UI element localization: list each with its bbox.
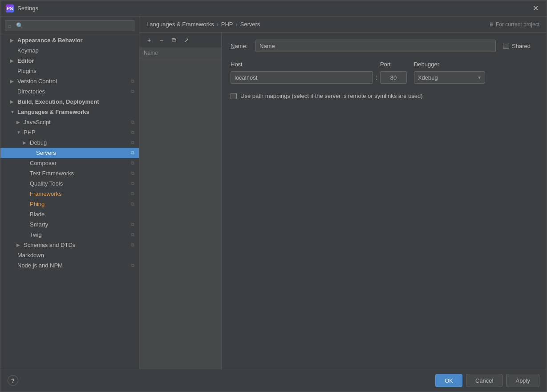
sidebar-item-keymap[interactable]: Keymap bbox=[0, 45, 139, 56]
chevron-icon: ▶ bbox=[10, 79, 16, 84]
sidebar-item-frameworks[interactable]: Frameworks ⧉ bbox=[0, 189, 139, 199]
sidebar-item-phing[interactable]: Phing ⧉ bbox=[0, 199, 139, 209]
sidebar-item-quality-tools[interactable]: Quality Tools ⧉ bbox=[0, 178, 139, 189]
sidebar-item-servers[interactable]: Servers ⧉ bbox=[0, 148, 139, 158]
copy-icon: ⧉ bbox=[131, 140, 134, 145]
cancel-button[interactable]: Cancel bbox=[466, 374, 502, 387]
name-label: NName:ame: bbox=[231, 43, 252, 49]
sidebar-item-test-frameworks[interactable]: Test Frameworks ⧉ bbox=[0, 168, 139, 178]
port-input[interactable] bbox=[380, 71, 407, 84]
host-input[interactable] bbox=[231, 71, 373, 84]
copy-icon: ⧉ bbox=[131, 129, 134, 135]
sidebar-item-composer[interactable]: Composer ⧉ bbox=[0, 158, 139, 168]
sidebar-item-label: Twig bbox=[30, 231, 131, 238]
path-mappings-row: Use path mappings (select if the server … bbox=[231, 93, 538, 99]
sidebar-item-languages[interactable]: ▼ Languages & Frameworks bbox=[0, 107, 139, 117]
sidebar-item-markdown[interactable]: Markdown bbox=[0, 250, 139, 260]
chevron-icon: ▶ bbox=[10, 38, 16, 43]
sidebar-item-label: Debug bbox=[30, 139, 131, 146]
path-mappings-label: Use path mappings (select if the server … bbox=[240, 93, 423, 99]
copy-icon: ⧉ bbox=[131, 263, 134, 268]
copy-icon: ⧉ bbox=[131, 170, 134, 176]
copy-icon: ⧉ bbox=[131, 160, 134, 166]
breadcrumb-part2: PHP bbox=[221, 21, 233, 28]
name-input[interactable] bbox=[255, 40, 496, 52]
debugger-select[interactable]: Xdebug Zend Debugger bbox=[414, 71, 485, 84]
main-content: ⌕ ▶ Appearance & Behavior Keymap ▶ bbox=[0, 16, 547, 369]
shared-checkbox-wrap: Shared bbox=[503, 43, 531, 49]
for-current-project: 🖥 For current project bbox=[489, 21, 539, 28]
sidebar-item-label: Schemas and DTDs bbox=[24, 242, 131, 248]
chevron-icon: ▶ bbox=[16, 120, 23, 125]
sidebar-item-label: Directories bbox=[17, 88, 131, 95]
breadcrumb-arrow-1: › bbox=[217, 21, 219, 28]
search-input[interactable] bbox=[5, 20, 134, 31]
shared-checkbox[interactable] bbox=[503, 43, 509, 49]
breadcrumb-part1: Languages & Frameworks bbox=[146, 21, 214, 28]
sidebar-item-directories[interactable]: Directories ⧉ bbox=[0, 86, 139, 97]
project-icon: 🖥 bbox=[489, 21, 494, 28]
ok-button[interactable]: OK bbox=[435, 374, 462, 387]
server-list-body bbox=[139, 58, 221, 369]
sidebar-item-editor[interactable]: ▶ Editor bbox=[0, 56, 139, 66]
move-server-button[interactable]: ↗ bbox=[181, 35, 192, 45]
sidebar-item-label: Plugins bbox=[17, 68, 134, 74]
debugger-section: Debugger Xdebug Zend Debugger ▼ bbox=[414, 61, 485, 84]
window-title: Settings bbox=[17, 5, 530, 12]
copy-icon: ⧉ bbox=[131, 78, 134, 84]
sidebar-item-appearance[interactable]: ▶ Appearance & Behavior bbox=[0, 35, 139, 45]
host-port-row: HHostost : Port bbox=[231, 61, 538, 84]
sidebar-item-plugins[interactable]: Plugins bbox=[0, 66, 139, 76]
sidebar-item-debug[interactable]: ▶ Debug ⧉ bbox=[0, 137, 139, 148]
breadcrumb: Languages & Frameworks › PHP › Servers 🖥… bbox=[139, 16, 547, 32]
sidebar-item-label: Editor bbox=[17, 57, 134, 64]
remove-server-button[interactable]: − bbox=[156, 35, 167, 45]
sidebar-item-label: Blade bbox=[30, 211, 134, 218]
sidebar-item-blade[interactable]: Blade bbox=[0, 209, 139, 219]
debugger-select-wrapper: Xdebug Zend Debugger ▼ bbox=[414, 71, 485, 84]
chevron-icon: ▶ bbox=[16, 242, 23, 247]
sidebar-item-version-control[interactable]: ▶ Version Control ⧉ bbox=[0, 76, 139, 86]
sidebar-item-php[interactable]: ▼ PHP ⧉ bbox=[0, 127, 139, 137]
server-toolbar: + − ⧉ ↗ bbox=[139, 32, 221, 48]
sidebar-item-label: Markdown bbox=[17, 252, 134, 259]
server-list-header: Name bbox=[139, 48, 221, 58]
server-name-column-header: Name bbox=[144, 50, 158, 56]
copy-icon: ⧉ bbox=[131, 191, 134, 197]
sidebar-item-label: Frameworks bbox=[30, 190, 131, 197]
add-server-button[interactable]: + bbox=[144, 35, 154, 45]
sidebar-item-label: Build, Execution, Deployment bbox=[17, 98, 134, 105]
sidebar-item-twig[interactable]: Twig ⧉ bbox=[0, 230, 139, 240]
copy-icon: ⧉ bbox=[131, 119, 134, 125]
close-button[interactable]: ✕ bbox=[530, 3, 541, 13]
help-button[interactable]: ? bbox=[8, 375, 18, 386]
breadcrumb-part3: Servers bbox=[240, 21, 260, 28]
sidebar-item-label: Languages & Frameworks bbox=[17, 109, 134, 115]
breadcrumb-arrow-2: › bbox=[235, 21, 237, 28]
chevron-icon: ▶ bbox=[23, 140, 29, 145]
name-row: NName:ame: Shared bbox=[231, 40, 538, 52]
title-bar: PS Settings ✕ bbox=[0, 0, 547, 16]
chevron-icon: ▶ bbox=[10, 99, 16, 104]
colon-separator: : bbox=[373, 74, 380, 81]
server-list-section: + − ⧉ ↗ Name NName:ame: bbox=[139, 32, 547, 369]
copy-icon: ⧉ bbox=[131, 181, 134, 186]
sidebar-item-schemas[interactable]: ▶ Schemas and DTDs ⧉ bbox=[0, 240, 139, 250]
sidebar-item-build[interactable]: ▶ Build, Execution, Deployment bbox=[0, 97, 139, 107]
chevron-icon: ▼ bbox=[10, 109, 16, 114]
sidebar-item-label: Keymap bbox=[17, 47, 134, 54]
server-list-panel: + − ⧉ ↗ Name bbox=[139, 32, 222, 369]
sidebar-item-nodejs[interactable]: Node.js and NPM ⧉ bbox=[0, 260, 139, 271]
sidebar-item-javascript[interactable]: ▶ JavaScript ⧉ bbox=[0, 117, 139, 127]
sidebar-item-label: Composer bbox=[30, 160, 131, 166]
copy-server-button[interactable]: ⧉ bbox=[169, 35, 179, 45]
sidebar-item-label: Version Control bbox=[17, 78, 131, 85]
sidebar-item-smarty[interactable]: Smarty ⧉ bbox=[0, 219, 139, 230]
sidebar-item-label: Test Frameworks bbox=[30, 170, 131, 177]
search-icon: ⌕ bbox=[8, 23, 11, 29]
apply-button[interactable]: Apply bbox=[506, 374, 539, 387]
path-mappings-checkbox[interactable] bbox=[231, 93, 237, 99]
sidebar-item-label: PHP bbox=[24, 129, 131, 136]
sidebar-item-label: JavaScript bbox=[24, 119, 131, 125]
chevron-icon: ▶ bbox=[10, 58, 16, 63]
